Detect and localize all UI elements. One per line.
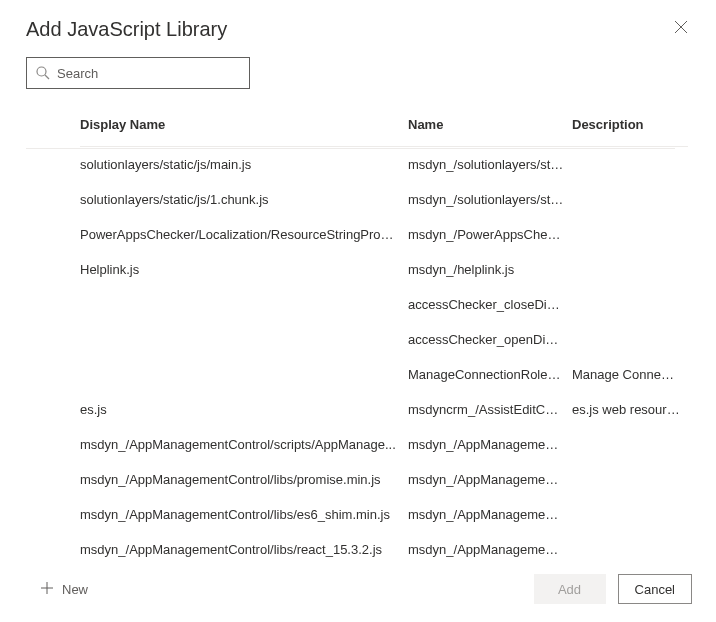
- cell-display-name: [80, 322, 408, 357]
- col-header-description[interactable]: Description: [572, 103, 688, 147]
- cell-display-name: msdyn_/AppManagementControl/libs/promise…: [80, 462, 408, 497]
- cell-description: [572, 532, 688, 558]
- table-header-divider: [26, 148, 675, 149]
- cell-description: es.js web resource.: [572, 392, 688, 427]
- col-header-name[interactable]: Name: [408, 103, 572, 147]
- table-scroll[interactable]: Display Name Name Description solutionla…: [26, 103, 692, 558]
- cell-description: [572, 217, 688, 252]
- cell-display-name: msdyn_/AppManagementControl/scripts/AppM…: [80, 427, 408, 462]
- new-button[interactable]: New: [36, 575, 92, 604]
- table-row[interactable]: msdyn_/AppManagementControl/scripts/AppM…: [80, 427, 688, 462]
- cell-name: msdyn_/AppManagement...: [408, 532, 572, 558]
- library-table: Display Name Name Description solutionla…: [80, 103, 688, 558]
- cell-name: msdyn_/PowerAppsCheck...: [408, 217, 572, 252]
- cell-name: msdyncrm_/AssistEditCon...: [408, 392, 572, 427]
- cell-description: [572, 147, 688, 183]
- cell-name: msdyn_/AppManagement...: [408, 462, 572, 497]
- col-header-display-name[interactable]: Display Name: [80, 103, 408, 147]
- table-row[interactable]: msdyn_/AppManagementControl/libs/promise…: [80, 462, 688, 497]
- cell-display-name: solutionlayers/static/js/main.js: [80, 147, 408, 183]
- cell-display-name: es.js: [80, 392, 408, 427]
- cell-description: [572, 287, 688, 322]
- add-button[interactable]: Add: [534, 574, 606, 604]
- table-row[interactable]: accessChecker_closeDialo...: [80, 287, 688, 322]
- cell-description: [572, 182, 688, 217]
- dialog-title: Add JavaScript Library: [26, 18, 227, 41]
- table-row[interactable]: msdyn_/AppManagementControl/libs/react_1…: [80, 532, 688, 558]
- cell-description: [572, 252, 688, 287]
- svg-line-3: [45, 75, 49, 79]
- table-row[interactable]: Helplink.jsmsdyn_/helplink.js: [80, 252, 688, 287]
- cell-name: accessChecker_openDialo...: [408, 322, 572, 357]
- cell-name: msdyn_/solutionlayers/sta...: [408, 182, 572, 217]
- new-button-label: New: [62, 582, 88, 597]
- dialog-footer: New Add Cancel: [36, 558, 692, 604]
- table-row[interactable]: solutionlayers/static/js/1.chunk.jsmsdyn…: [80, 182, 688, 217]
- dialog-header: Add JavaScript Library: [26, 18, 692, 41]
- cell-display-name: solutionlayers/static/js/1.chunk.js: [80, 182, 408, 217]
- table-container: Display Name Name Description solutionla…: [26, 103, 692, 558]
- cell-display-name: [80, 287, 408, 322]
- cell-name: msdyn_/AppManagement...: [408, 427, 572, 462]
- add-library-dialog: Add JavaScript Library: [0, 0, 716, 622]
- table-row[interactable]: ManageConnectionRoles...Manage Connect..…: [80, 357, 688, 392]
- svg-point-2: [37, 67, 46, 76]
- search-box[interactable]: [26, 57, 250, 89]
- cell-description: [572, 322, 688, 357]
- cell-description: [572, 427, 688, 462]
- cell-display-name: msdyn_/AppManagementControl/libs/es6_shi…: [80, 497, 408, 532]
- search-wrapper: [26, 57, 692, 89]
- cell-description: [572, 497, 688, 532]
- cell-name: ManageConnectionRoles...: [408, 357, 572, 392]
- search-icon: [35, 65, 51, 81]
- cell-display-name: PowerAppsChecker/Localization/ResourceSt…: [80, 217, 408, 252]
- cell-display-name: [80, 357, 408, 392]
- cancel-button[interactable]: Cancel: [618, 574, 692, 604]
- cell-description: [572, 462, 688, 497]
- plus-icon: [40, 581, 54, 598]
- cell-description: Manage Connect...: [572, 357, 688, 392]
- close-icon: [674, 22, 688, 37]
- table-row[interactable]: msdyn_/AppManagementControl/libs/es6_shi…: [80, 497, 688, 532]
- cell-name: msdyn_/helplink.js: [408, 252, 572, 287]
- cell-name: msdyn_/solutionlayers/sta...: [408, 147, 572, 183]
- table-row[interactable]: solutionlayers/static/js/main.jsmsdyn_/s…: [80, 147, 688, 183]
- close-button[interactable]: [670, 16, 692, 41]
- cell-name: accessChecker_closeDialo...: [408, 287, 572, 322]
- table-row[interactable]: PowerAppsChecker/Localization/ResourceSt…: [80, 217, 688, 252]
- cell-name: msdyn_/AppManagement...: [408, 497, 572, 532]
- table-row[interactable]: es.jsmsdyncrm_/AssistEditCon...es.js web…: [80, 392, 688, 427]
- search-input[interactable]: [57, 66, 241, 81]
- footer-actions: Add Cancel: [534, 574, 692, 604]
- table-row[interactable]: accessChecker_openDialo...: [80, 322, 688, 357]
- cell-display-name: Helplink.js: [80, 252, 408, 287]
- cell-display-name: msdyn_/AppManagementControl/libs/react_1…: [80, 532, 408, 558]
